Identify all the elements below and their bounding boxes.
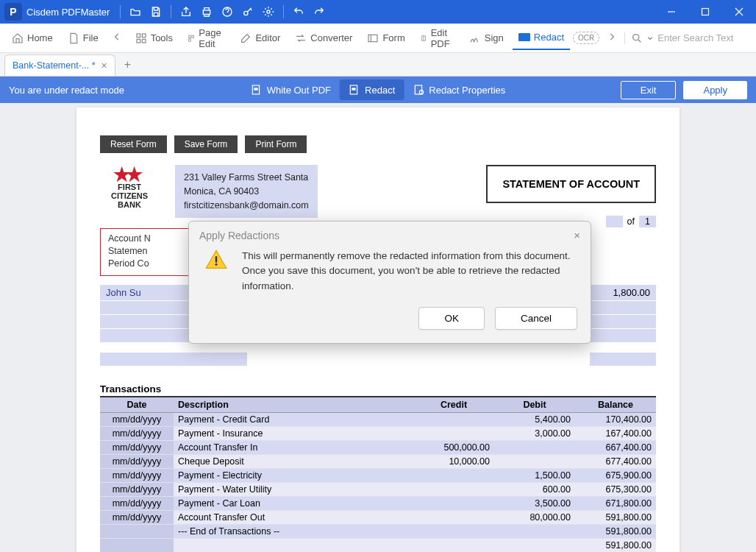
search-box [624, 32, 753, 44]
bank-logo: ★★ FIRST CITIZENS BANK [100, 165, 159, 209]
key-icon[interactable] [238, 0, 258, 24]
cell-debit: 80,000.00 [494, 511, 575, 525]
tab-close-icon[interactable]: × [101, 60, 107, 71]
tool-home[interactable]: Home [6, 28, 59, 49]
undo-icon[interactable] [288, 0, 309, 24]
title-bar: P Cisdem PDFMaster [0, 0, 756, 24]
dialog-close-icon[interactable]: × [574, 229, 580, 241]
cell-credit [413, 525, 494, 539]
close-button[interactable] [722, 0, 756, 24]
cell-credit [413, 539, 494, 552]
tool-edit-pdf[interactable]: Edit PDF [414, 23, 460, 54]
tool-sign[interactable]: Sign [463, 28, 510, 49]
search-icon [631, 32, 643, 44]
svg-rect-9 [189, 35, 191, 38]
help-icon[interactable] [217, 0, 238, 24]
transactions-heading: Transactions [100, 383, 656, 397]
warning-icon [205, 249, 229, 294]
form-buttons: Reset Form Save Form Print Form [100, 135, 656, 153]
col-debit: Debit [494, 397, 575, 413]
transactions-table: Date Description Credit Debit Balance mm… [100, 397, 656, 552]
redact-btn-label: Redact [365, 85, 395, 96]
apply-button[interactable]: Apply [683, 81, 747, 99]
app-title: Cisdem PDFMaster [26, 7, 110, 18]
statement-title: STATEMENT OF ACCOUNT [486, 165, 656, 203]
account-name: John Su [100, 285, 203, 300]
cell-desc: Account Transfer Out [174, 511, 413, 525]
ocr-badge[interactable]: OCR [573, 32, 599, 44]
cell-credit [413, 469, 494, 483]
tool-form[interactable]: Form [361, 28, 410, 49]
document-tab[interactable]: Bank-Statement-... * × [4, 54, 115, 76]
svg-rect-4 [702, 9, 709, 15]
cell-date: mm/dd/yyyy [100, 483, 174, 497]
edit-pdf-label: Edit PDF [431, 27, 454, 49]
converter-label: Converter [310, 32, 352, 43]
tool-redact[interactable]: Redact [513, 27, 570, 50]
cell-debit: 600.00 [494, 483, 575, 497]
cell-date [100, 539, 174, 552]
col-date: Date [100, 397, 174, 413]
dialog-cancel-button[interactable]: Cancel [495, 307, 577, 330]
svg-rect-11 [189, 38, 191, 40]
apply-redactions-dialog: Apply Redactions × This will permanently… [188, 221, 591, 344]
tool-page-edit[interactable]: Page Edit [182, 23, 231, 54]
cell-desc: Account Transfer In [174, 441, 413, 455]
search-input[interactable] [657, 32, 753, 43]
svg-rect-18 [415, 85, 421, 94]
main-toolbar: Home File Tools Page Edit Editor Convert… [0, 24, 756, 53]
tab-add-button[interactable]: + [117, 54, 138, 76]
svg-rect-17 [352, 88, 356, 90]
maximize-button[interactable] [688, 0, 722, 24]
cell-date: mm/dd/yyyy [100, 511, 174, 525]
redo-icon[interactable] [309, 0, 329, 24]
page-edit-label: Page Edit [199, 27, 225, 49]
chevron-left-icon[interactable] [107, 27, 126, 49]
reset-form-button[interactable]: Reset Form [100, 135, 167, 153]
tools-label: Tools [151, 32, 173, 43]
cell-credit [413, 511, 494, 525]
chevron-right-icon[interactable] [602, 27, 621, 49]
tool-converter[interactable]: Converter [289, 28, 358, 49]
redact-button[interactable]: Redact [340, 79, 404, 100]
minimize-button[interactable] [655, 0, 688, 24]
cell-debit: 1,500.00 [494, 469, 575, 483]
print-icon[interactable] [196, 0, 217, 24]
table-row: mm/dd/yyyyPayment - Car Loan3,500.00671,… [100, 497, 656, 511]
cell-desc: Payment - Insurance [174, 427, 413, 441]
svg-rect-6 [142, 34, 146, 38]
cell-date: mm/dd/yyyy [100, 441, 174, 455]
tool-editor[interactable]: Editor [234, 28, 286, 49]
chevron-down-icon[interactable] [647, 35, 653, 41]
svg-rect-12 [368, 35, 377, 41]
cell-date [100, 525, 174, 539]
svg-point-3 [267, 10, 270, 13]
redact-properties-button[interactable]: Redact Properties [404, 79, 514, 100]
cell-debit [494, 455, 575, 469]
cell-desc: Payment - Credit Card [174, 413, 413, 427]
redact-mode-text: You are under redact mode [9, 85, 124, 96]
dialog-ok-button[interactable]: OK [418, 307, 485, 330]
settings-icon[interactable] [258, 0, 279, 24]
white-out-button[interactable]: White Out PDF [242, 79, 340, 100]
open-icon[interactable] [125, 0, 146, 24]
cell-balance: 170,400.00 [575, 413, 656, 427]
exit-button[interactable]: Exit [621, 81, 677, 99]
print-form-button[interactable]: Print Form [245, 135, 307, 153]
share-icon[interactable] [176, 0, 196, 24]
save-form-button[interactable]: Save Form [174, 135, 238, 153]
redact-label: Redact [534, 32, 564, 43]
cell-desc: Payment - Electricity [174, 469, 413, 483]
tool-tools[interactable]: Tools [129, 28, 179, 49]
cell-balance: 591,800.00 [575, 539, 656, 552]
tool-file[interactable]: File [62, 28, 104, 49]
table-row: 591,800.00 [100, 539, 656, 552]
form-label: Form [382, 32, 404, 43]
cell-date: mm/dd/yyyy [100, 413, 174, 427]
cell-credit [413, 427, 494, 441]
save-icon[interactable] [146, 0, 166, 24]
cell-balance: 677,400.00 [575, 455, 656, 469]
svg-point-2 [244, 11, 248, 15]
svg-point-20 [215, 263, 218, 266]
svg-rect-8 [142, 39, 146, 43]
